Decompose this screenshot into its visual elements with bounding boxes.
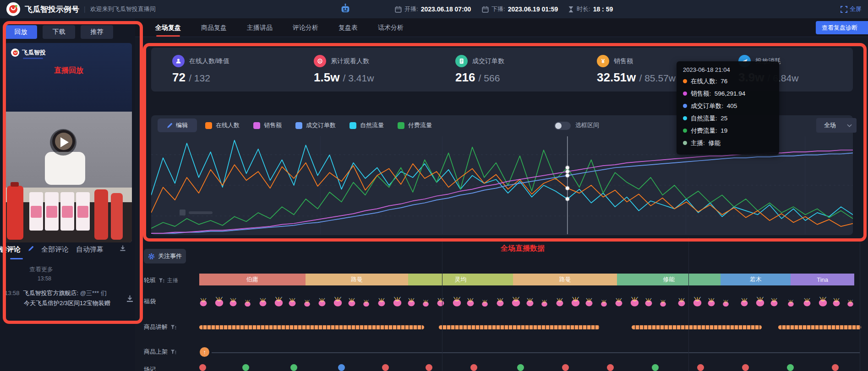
marker-dot[interactable]	[607, 364, 614, 371]
explain-dots-segment[interactable]	[778, 325, 861, 329]
luckybag-icon[interactable]	[377, 297, 386, 308]
shift-segment-路曼[interactable]: 路曼	[513, 274, 617, 285]
luckybag-icon[interactable]	[304, 299, 311, 309]
shelf-event-marker[interactable]: ↑	[200, 347, 209, 357]
explain-dots-segment[interactable]	[632, 325, 762, 329]
luckybag-icon[interactable]	[214, 296, 224, 308]
comment-tab-0[interactable]: 键评论	[0, 245, 21, 254]
follow-events-button[interactable]: 关注事件	[144, 249, 186, 263]
tab-4[interactable]: 复盘表	[338, 18, 358, 37]
marker-dot[interactable]	[652, 364, 659, 371]
filter-icon[interactable]	[170, 349, 176, 355]
luckybag-icon[interactable]	[229, 297, 237, 308]
shift-segment-Tina[interactable]: Tina	[791, 274, 854, 285]
luckybag-icon[interactable]	[707, 297, 715, 308]
luckybag-icon[interactable]	[274, 296, 284, 308]
luckybag-icon[interactable]	[818, 296, 828, 308]
luckybag-icon[interactable]	[740, 297, 748, 308]
marker-dot[interactable]	[697, 364, 704, 371]
luckybag-icon[interactable]	[644, 297, 653, 308]
marker-dot[interactable]	[832, 364, 839, 371]
play-button[interactable]	[50, 129, 76, 156]
comment-tab-2[interactable]: 自动弹幕	[76, 245, 104, 254]
marker-dot[interactable]	[382, 364, 389, 371]
marker-dot[interactable]	[562, 364, 569, 371]
luckybag-icon[interactable]	[847, 299, 854, 309]
luckybag-icon[interactable]	[496, 297, 504, 308]
range-select[interactable]: 全场	[816, 118, 857, 133]
box-select-toggle[interactable]	[554, 122, 571, 130]
comment-tab-1[interactable]: 全部评论	[41, 245, 69, 254]
legend-item-1[interactable]: 销售额	[253, 121, 282, 129]
luckybag-icon[interactable]	[585, 297, 593, 308]
legend-item-4[interactable]: 付费流量	[398, 121, 432, 129]
download-comments-icon[interactable]	[119, 245, 126, 254]
luckybag-icon[interactable]	[693, 296, 702, 308]
luckybag-icon[interactable]	[541, 299, 548, 309]
marker-dot[interactable]	[470, 364, 477, 371]
luckybag-icon[interactable]	[526, 297, 534, 308]
luckybag-icon[interactable]	[660, 299, 666, 309]
filter-icon[interactable]	[158, 278, 164, 284]
luckybag-icon[interactable]	[244, 299, 251, 309]
marker-dot[interactable]	[242, 364, 249, 371]
view-more-link[interactable]: 查看更多	[29, 265, 53, 274]
legend-item-2[interactable]: 成交订单数	[295, 121, 336, 129]
luckybag-icon[interactable]	[722, 299, 729, 309]
luckybag-icon[interactable]	[437, 297, 445, 308]
luckybag-icon[interactable]	[452, 296, 462, 308]
luckybag-icon[interactable]	[333, 296, 343, 308]
sidebar-tab-0[interactable]: 回放	[5, 25, 37, 39]
sidebar-tab-2[interactable]: 推荐	[81, 25, 113, 39]
luckybag-icon[interactable]	[259, 297, 267, 308]
tab-1[interactable]: 商品复盘	[201, 18, 227, 37]
shift-segment-伯庸[interactable]: 伯庸	[199, 274, 306, 285]
luckybag-icon[interactable]	[466, 297, 475, 308]
luckybag-icon[interactable]	[615, 297, 623, 308]
tab-2[interactable]: 主播讲品	[247, 18, 273, 37]
luckybag-icon[interactable]	[318, 297, 326, 308]
diagnose-button[interactable]: 查看复盘诊断	[816, 21, 868, 34]
marker-dot[interactable]	[517, 364, 524, 371]
luckybag-icon[interactable]	[832, 297, 841, 308]
luckybag-icon[interactable]	[407, 297, 415, 308]
luckybag-icon[interactable]	[348, 297, 356, 308]
luckybag-icon[interactable]	[556, 297, 564, 308]
pencil-icon[interactable]	[28, 245, 34, 253]
shift-segment-若木[interactable]: 若木	[721, 274, 791, 285]
shift-segment-灵均[interactable]: 灵均	[408, 274, 513, 285]
marker-dot[interactable]	[426, 364, 432, 371]
marker-dot[interactable]	[787, 364, 794, 371]
explain-dots-segment[interactable]	[199, 325, 424, 329]
marker-dot[interactable]	[290, 364, 297, 371]
luckybag-icon[interactable]	[393, 296, 402, 308]
luckybag-icon[interactable]	[511, 296, 521, 308]
luckybag-icon[interactable]	[571, 296, 580, 308]
shift-segment-修能[interactable]: 修能	[617, 274, 721, 285]
marker-dot[interactable]	[338, 364, 345, 371]
robot-icon[interactable]	[340, 3, 351, 16]
download-icon[interactable]	[126, 295, 134, 305]
legend-item-0[interactable]: 在线人数	[205, 121, 240, 129]
luckybag-icon[interactable]	[601, 299, 607, 309]
luckybag-icon[interactable]	[677, 297, 686, 308]
luckybag-icon[interactable]	[481, 299, 488, 309]
fullscreen-button[interactable]: 全屏	[841, 5, 862, 13]
luckybag-icon[interactable]	[803, 297, 811, 308]
luckybag-icon[interactable]	[787, 299, 794, 309]
explain-dots-segment[interactable]	[439, 325, 600, 329]
luckybag-icon[interactable]	[630, 296, 639, 308]
marker-dot[interactable]	[742, 364, 749, 371]
luckybag-icon[interactable]	[755, 296, 765, 308]
tab-0[interactable]: 全场复盘	[155, 18, 181, 37]
luckybag-icon[interactable]	[363, 299, 370, 309]
luckybag-icon[interactable]	[770, 297, 778, 308]
legend-item-3[interactable]: 自然流量	[349, 121, 384, 129]
shift-segment-路曼[interactable]: 路曼	[306, 274, 409, 285]
luckybag-icon[interactable]	[199, 297, 207, 308]
luckybag-icon[interactable]	[288, 297, 296, 308]
sidebar-tab-1[interactable]: 下载	[43, 25, 75, 39]
edit-button[interactable]: 编辑	[158, 118, 197, 132]
tab-3[interactable]: 评论分析	[293, 18, 318, 37]
tab-5[interactable]: 话术分析	[378, 18, 404, 37]
